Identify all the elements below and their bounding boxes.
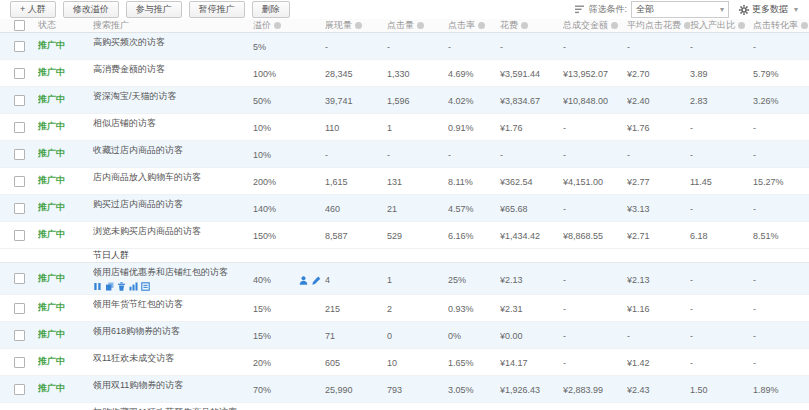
row-checkbox[interactable] [14, 68, 25, 79]
roi-value: 6.18 [690, 231, 708, 241]
edit-premium-icon[interactable] [312, 276, 321, 285]
column-label: 点击转化率 [753, 19, 798, 32]
column-header-cvr: 点击转化率 [753, 19, 809, 32]
join-promotion-button[interactable]: 参与推广 [126, 1, 182, 18]
row-checkbox[interactable] [14, 95, 25, 106]
roi-value: 2.83 [690, 96, 708, 106]
pause-icon[interactable] [93, 282, 102, 291]
row-checkbox[interactable] [14, 303, 25, 314]
clicks-cell: 793 [387, 376, 448, 402]
cvr-cell: - [753, 349, 809, 375]
cost-cell: ¥14.17 [500, 349, 563, 375]
row-select-cell [0, 295, 38, 321]
audience-name-cell: 领用618购物券的访客 [93, 322, 253, 348]
info-icon[interactable] [611, 22, 618, 29]
row-checkbox[interactable] [14, 384, 25, 395]
column-label: 溢价 [253, 19, 271, 32]
table-row: 推广中高购买频次的访客5%-------- [0, 33, 809, 60]
table-row: 推广中双11狂欢未成交访客20%605101.65%¥14.17-¥1.42-- [0, 349, 809, 376]
column-header-impressions: 展现量 [325, 19, 387, 32]
column-header-cost: 花费 [500, 19, 563, 32]
impressions-cell: 1,615 [325, 168, 387, 194]
audience-name-cell: 加购收藏双11狂欢节预售商品的访客 [93, 403, 253, 410]
cvr-cell: - [753, 322, 809, 348]
ctr-value: - [448, 42, 451, 52]
ctr-value: 0.93% [448, 304, 474, 314]
impressions-value: 4 [325, 275, 330, 285]
clicks-cell: - [387, 141, 448, 167]
cvr-cell: 3.26% [753, 87, 809, 113]
ctr-cell: 8.11% [448, 168, 500, 194]
audience-name: 加购收藏双11狂欢节预售商品的访客 [93, 406, 237, 410]
premium-cell: 150% [253, 222, 325, 248]
status-badge: 推广中 [38, 66, 65, 79]
delete-button[interactable]: 删除 [252, 1, 290, 18]
info-icon[interactable] [355, 22, 362, 29]
add-audience-button[interactable]: + 人群 [10, 1, 56, 18]
status-cell: 推广中 [38, 222, 93, 248]
delete-icon[interactable] [117, 282, 126, 291]
cost-cell: ¥1,926.43 [500, 376, 563, 402]
row-checkbox[interactable] [14, 41, 25, 52]
info-icon[interactable] [738, 22, 745, 29]
audience-name: 高购买频次的访客 [93, 36, 165, 49]
audience-portrait-icon[interactable] [299, 276, 308, 285]
cvr-cell: 8.51% [753, 222, 809, 248]
impressions-cell: 25,990 [325, 376, 387, 402]
filter-icon[interactable] [575, 5, 585, 14]
pause-promotion-button[interactable]: 暂停推广 [189, 1, 245, 18]
cvr-cell: 5.79% [753, 60, 809, 86]
cvr-cell: 1.89% [753, 376, 809, 402]
copy-icon[interactable] [105, 282, 114, 291]
column-header-ctr: 点击率 [448, 19, 500, 32]
info-icon[interactable] [417, 22, 424, 29]
cost-value: ¥1.76 [500, 123, 523, 133]
clicks-value: 793 [387, 385, 402, 395]
cost-value: ¥362.54 [500, 177, 533, 187]
row-checkbox[interactable] [14, 330, 25, 341]
ctr-cell: 3.59% [448, 403, 500, 410]
row-action-icons [93, 282, 150, 291]
cvr-cell: 15.27% [753, 168, 809, 194]
report-icon[interactable] [141, 282, 150, 291]
impressions-value: 25,990 [325, 385, 353, 395]
row-checkbox[interactable] [14, 273, 25, 284]
ctr-cell: 3.05% [448, 376, 500, 402]
status-badge: 推广中 [38, 174, 65, 187]
cvr-value: 8.51% [753, 231, 779, 241]
table-row: 推广中相似店铺的访客10%11010.91%¥1.76-¥1.76-- [0, 114, 809, 141]
total-value: - [563, 150, 566, 160]
select-all-checkbox[interactable] [14, 20, 25, 31]
total-value: - [563, 358, 566, 368]
status-cell: 推广中 [38, 114, 93, 140]
roi-value: - [690, 123, 693, 133]
row-checkbox[interactable] [14, 149, 25, 160]
avg_cost-value: ¥1.76 [627, 123, 650, 133]
more-data-button[interactable]: 更多数据 ▾ [739, 3, 801, 16]
info-icon[interactable] [801, 22, 808, 29]
cvr-cell: - [753, 114, 809, 140]
cvr-value: - [753, 304, 756, 314]
cost-cell: - [500, 33, 563, 59]
modify-premium-button[interactable]: 修改溢价 [63, 1, 119, 18]
info-icon[interactable] [521, 22, 528, 29]
clicks-cell: 10 [387, 349, 448, 375]
status-badge: 推广中 [38, 39, 65, 52]
row-checkbox[interactable] [14, 357, 25, 368]
total-value: ¥8,868.55 [563, 231, 603, 241]
audience-name-cell: 双11狂欢未成交访客 [93, 349, 253, 375]
total-cell: - [563, 114, 627, 140]
cvr-value: - [753, 331, 756, 341]
row-checkbox[interactable] [14, 203, 25, 214]
row-checkbox[interactable] [14, 176, 25, 187]
ctr-value: 0% [448, 331, 461, 341]
row-checkbox[interactable] [14, 230, 25, 241]
info-icon[interactable] [274, 22, 281, 29]
cost-cell: ¥1,434.42 [500, 222, 563, 248]
ctr-value: 25% [448, 275, 466, 285]
row-checkbox[interactable] [14, 122, 25, 133]
audience-name-cell: 高购买频次的访客 [93, 33, 253, 59]
info-icon[interactable] [478, 22, 485, 29]
filter-select[interactable]: 全部 ▾ [631, 1, 729, 18]
chart-icon[interactable] [129, 282, 138, 291]
